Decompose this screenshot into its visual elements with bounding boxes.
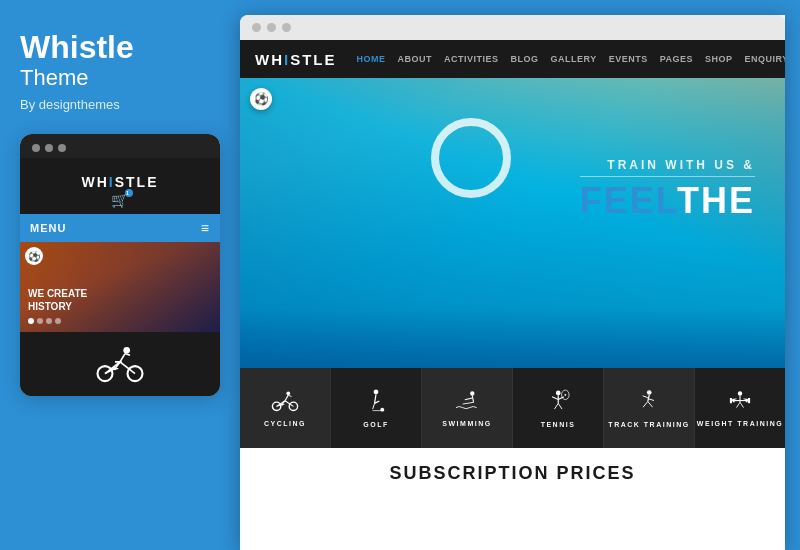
- svg-point-47: [738, 391, 742, 395]
- dot-3: [46, 318, 52, 324]
- chrome-dot-3: [58, 144, 66, 152]
- svg-line-31: [465, 397, 472, 399]
- svg-point-27: [380, 407, 384, 411]
- svg-rect-50: [730, 397, 732, 402]
- site-logo: WHISTLE: [255, 51, 337, 68]
- svg-line-19: [288, 395, 291, 396]
- svg-line-32: [463, 402, 474, 404]
- left-panel: Whistle Theme By designthemes WHISTLE 🛒 …: [0, 0, 240, 550]
- browser-dot-3: [282, 23, 291, 32]
- mobile-cart-icon[interactable]: 🛒 1: [111, 192, 130, 208]
- activity-weight[interactable]: WEIGHT TRAINING: [695, 368, 785, 448]
- svg-line-25: [373, 403, 375, 409]
- water-bottom: [240, 308, 785, 368]
- nav-home[interactable]: HOME: [357, 54, 386, 64]
- hero-feel-text: FEELTHE: [580, 183, 755, 219]
- dot-4: [55, 318, 61, 324]
- dot-1: [28, 318, 34, 324]
- swimming-svg: [453, 390, 481, 412]
- nav-about[interactable]: ABOUT: [398, 54, 433, 64]
- mobile-menu-bar[interactable]: MENU ≡: [20, 214, 220, 242]
- golf-icon: [364, 389, 388, 417]
- hero-the-word: THE: [677, 180, 755, 221]
- cycling-icon: [271, 390, 299, 416]
- mobile-hero-dots: [28, 318, 87, 324]
- track-icon: [636, 389, 662, 417]
- swimming-icon: [453, 390, 481, 416]
- svg-line-36: [558, 396, 564, 399]
- activity-cycling-label: CYCLING: [264, 420, 306, 427]
- site-header: WHISTLE HOME ABOUT ACTIVITIES BLOG GALLE…: [240, 40, 785, 78]
- svg-line-55: [740, 402, 744, 407]
- browser-window: WHISTLE HOME ABOUT ACTIVITIES BLOG GALLE…: [240, 15, 785, 550]
- hero-soccer-icon: ⚽: [250, 88, 272, 110]
- chrome-dot-1: [32, 144, 40, 152]
- cycling-svg: [271, 390, 299, 412]
- mobile-logo-bar: WHISTLE 🛒 1: [20, 158, 220, 214]
- nav-enquiry[interactable]: ENQUIRY: [745, 54, 785, 64]
- mobile-logo: WHISTLE: [20, 168, 220, 192]
- nav-shop[interactable]: SHOP: [705, 54, 733, 64]
- swim-ring: [431, 118, 511, 198]
- activities-bar: CYCLING GOLF: [240, 368, 785, 448]
- mobile-cycling-section: [20, 332, 220, 396]
- activity-weight-label: WEIGHT TRAINING: [697, 420, 783, 427]
- activity-swimming[interactable]: SWIMMING: [422, 368, 513, 448]
- svg-point-23: [374, 389, 379, 394]
- svg-point-1: [128, 366, 143, 381]
- svg-line-37: [554, 403, 558, 409]
- svg-line-30: [472, 395, 473, 402]
- mobile-cart-row: 🛒 1: [20, 192, 220, 208]
- svg-point-12: [272, 402, 280, 410]
- mobile-cart-badge: 1: [125, 189, 133, 197]
- nav-events[interactable]: EVENTS: [609, 54, 648, 64]
- svg-point-33: [556, 390, 561, 395]
- activity-golf[interactable]: GOLF: [331, 368, 422, 448]
- browser-dot-2: [267, 23, 276, 32]
- mobile-body: WHISTLE 🛒 1 MENU ≡ WE CREATE: [20, 158, 220, 396]
- hamburger-icon[interactable]: ≡: [201, 220, 210, 236]
- activity-golf-label: GOLF: [363, 421, 388, 428]
- mobile-menu-label: MENU: [30, 222, 66, 234]
- svg-line-35: [552, 396, 558, 399]
- mobile-chrome: [20, 134, 220, 158]
- dot-2: [37, 318, 43, 324]
- nav-pages[interactable]: PAGES: [660, 54, 693, 64]
- svg-line-38: [558, 403, 562, 409]
- activity-cycling[interactable]: CYCLING: [240, 368, 331, 448]
- weight-svg: [726, 390, 754, 412]
- svg-point-41: [647, 390, 652, 395]
- svg-line-54: [736, 402, 740, 407]
- nav-activities[interactable]: ACTIVITIES: [444, 54, 499, 64]
- site-hero: TRAIN WITH US & FEELTHE ⚽: [240, 78, 785, 368]
- subscription-title: SUBSCRIPTION PRICES: [255, 463, 770, 484]
- svg-rect-53: [748, 397, 750, 402]
- svg-point-11: [123, 347, 130, 354]
- activity-tennis-label: TENNIS: [541, 421, 576, 428]
- mobile-hero-text-block: WE CREATE HISTORY: [28, 287, 87, 324]
- svg-line-44: [648, 401, 653, 407]
- chrome-dot-2: [45, 144, 53, 152]
- activity-track[interactable]: TRACK TRAINING: [604, 368, 695, 448]
- svg-line-7: [125, 354, 130, 356]
- svg-point-20: [286, 391, 290, 395]
- mobile-hero-line1: WE CREATE: [28, 287, 87, 300]
- svg-line-42: [648, 394, 649, 401]
- activity-track-label: TRACK TRAINING: [608, 421, 689, 428]
- nav-blog[interactable]: BLOG: [511, 54, 539, 64]
- swimmer-visual: [240, 78, 785, 368]
- activity-swimming-label: SWIMMING: [442, 420, 491, 427]
- golf-svg: [364, 389, 388, 413]
- activity-tennis[interactable]: TENNIS: [513, 368, 604, 448]
- svg-point-40: [564, 393, 566, 395]
- brand-title: Whistle: [20, 30, 134, 65]
- svg-line-43: [643, 401, 648, 407]
- site-nav: HOME ABOUT ACTIVITIES BLOG GALLERY EVENT…: [357, 54, 785, 64]
- mobile-hero-image: WE CREATE HISTORY: [20, 242, 220, 332]
- weight-icon: [726, 390, 754, 416]
- hero-train-text: TRAIN WITH US &: [580, 158, 755, 177]
- nav-gallery[interactable]: GALLERY: [551, 54, 597, 64]
- svg-point-29: [470, 391, 474, 395]
- browser-chrome: [240, 15, 785, 40]
- svg-point-0: [98, 366, 113, 381]
